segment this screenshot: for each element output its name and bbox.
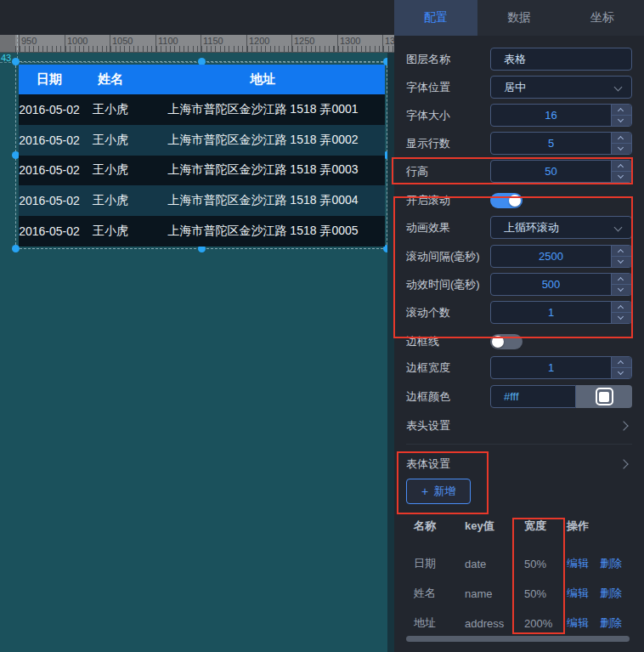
decrement-button[interactable] [612, 144, 631, 154]
column-name: 日期 [414, 556, 465, 571]
cell-address: 上海市普陀区金沙江路 1518 弄0003 [141, 162, 385, 178]
field-animation-duration: 动效时间(毫秒) 500 [406, 273, 632, 296]
columns-table-row: 日期 date 50% 编辑 删除 [414, 551, 636, 576]
animation-duration-value: 500 [491, 274, 611, 295]
increment-button[interactable] [612, 161, 631, 172]
delete-link[interactable]: 删除 [600, 556, 622, 571]
ruler-tick [382, 35, 383, 53]
tab-data[interactable]: 数据 [477, 0, 561, 36]
edit-link[interactable]: 编辑 [567, 556, 589, 571]
section-header-settings[interactable]: 表头设置 [406, 413, 632, 439]
field-scroll-interval: 滚动间隔(毫秒) 2500 [406, 245, 632, 268]
col-header-key: key值 [465, 519, 524, 534]
decrement-button[interactable] [612, 172, 631, 182]
ruler-label: 1350 [385, 36, 394, 46]
chevron-down-icon [618, 173, 624, 179]
chevron-down-icon [618, 314, 624, 320]
increment-button[interactable] [612, 274, 631, 285]
stepper [611, 246, 631, 267]
add-column-button[interactable]: + 新增 [406, 479, 471, 504]
row-height-value: 50 [491, 161, 611, 182]
cell-date: 2016-05-02 [19, 224, 80, 238]
row-count-label: 显示行数 [406, 136, 490, 151]
chevron-up-icon [618, 108, 624, 114]
font-size-input[interactable]: 16 [490, 104, 632, 127]
scroll-toggle[interactable] [490, 193, 523, 208]
animation-select[interactable]: 上循环滚动 [490, 216, 632, 239]
section-body-settings[interactable]: 表体设置 [406, 451, 632, 477]
cell-date: 2016-05-02 [19, 103, 80, 116]
cell-address: 上海市普陀区金沙江路 1518 弄0002 [141, 133, 385, 148]
cell-date: 2016-05-02 [19, 133, 80, 147]
toggle-knob [509, 195, 521, 207]
field-border-line: 边框线 [406, 332, 632, 351]
field-scroll-count: 滚动个数 1 [406, 301, 632, 324]
col-header-width: 宽度 [524, 519, 567, 534]
border-line-toggle[interactable] [490, 334, 523, 349]
border-color-input[interactable]: #fff [490, 385, 576, 408]
decrement-button[interactable] [612, 116, 631, 126]
ruler-label: 1100 [158, 36, 178, 46]
canvas-topbar [0, 0, 394, 35]
alignment-guide-horizontal [0, 62, 387, 63]
column-key: address [465, 617, 524, 630]
cell-name: 王小虎 [80, 162, 141, 178]
scroll-enabled-label: 开启滚动 [406, 193, 490, 208]
field-font-size: 字体大小 16 [406, 104, 632, 127]
scroll-interval-label: 滚动间隔(毫秒) [406, 249, 490, 264]
canvas-right-strip [387, 53, 394, 652]
horizontal-scrollbar[interactable] [406, 636, 630, 642]
table-row: 2016-05-02 王小虎 上海市普陀区金沙江路 1518 弄0003 [19, 156, 385, 186]
scroll-count-value: 1 [491, 302, 611, 323]
delete-link[interactable]: 删除 [600, 586, 622, 601]
edit-link[interactable]: 编辑 [567, 615, 589, 631]
chevron-down-icon [618, 369, 624, 375]
row-count-input[interactable]: 5 [490, 132, 632, 155]
table-row: 2016-05-02 王小虎 上海市普陀区金沙江路 1518 弄0001 [19, 94, 385, 125]
scroll-interval-input[interactable]: 2500 [490, 245, 632, 268]
header-settings-label: 表头设置 [406, 418, 450, 434]
decrement-button[interactable] [612, 257, 631, 267]
animation-label: 动画效果 [406, 220, 490, 235]
layer-name-input[interactable]: 表格 [490, 48, 632, 71]
font-position-select[interactable]: 居中 [490, 76, 632, 99]
ruler-tick [246, 35, 247, 53]
chevron-right-icon [619, 421, 628, 430]
plus-icon: + [421, 485, 428, 497]
row-count-value: 5 [491, 133, 611, 154]
increment-button[interactable] [612, 133, 631, 144]
column-width: 50% [524, 587, 567, 600]
field-border-width: 边框宽度 1 [406, 356, 632, 379]
toggle-knob [492, 336, 504, 348]
tab-config[interactable]: 配置 [394, 0, 477, 36]
decrement-button[interactable] [612, 285, 631, 295]
design-canvas[interactable]: 43 日期 姓名 地址 2016-05-02 [0, 53, 387, 652]
delete-link[interactable]: 删除 [600, 615, 622, 631]
increment-button[interactable] [612, 105, 631, 116]
chevron-up-icon [618, 136, 624, 142]
chevron-down-icon [614, 83, 623, 92]
scroll-count-input[interactable]: 1 [490, 301, 632, 324]
column-key: date [465, 558, 524, 570]
increment-button[interactable] [612, 302, 631, 313]
edit-link[interactable]: 编辑 [567, 586, 589, 601]
border-width-input[interactable]: 1 [490, 356, 632, 379]
animation-duration-input[interactable]: 500 [490, 273, 632, 296]
table-row: 2016-05-02 王小虎 上海市普陀区金沙江路 1518 弄0004 [19, 185, 385, 216]
row-height-input[interactable]: 50 [490, 160, 632, 183]
stepper [611, 133, 631, 154]
font-size-label: 字体大小 [406, 108, 490, 123]
table-widget[interactable]: 日期 姓名 地址 2016-05-02 王小虎 上海市普陀区金沙江路 1518 … [19, 65, 385, 247]
increment-button[interactable] [612, 246, 631, 257]
ruler-label: 950 [21, 36, 37, 46]
color-picker-button[interactable] [576, 385, 632, 408]
column-header: 日期 [19, 71, 80, 88]
divider [406, 444, 632, 445]
col-header-name: 名称 [414, 519, 465, 534]
decrement-button[interactable] [612, 313, 631, 323]
increment-button[interactable] [612, 357, 631, 368]
alignment-guide-vertical [17, 35, 18, 63]
tab-coordinates[interactable]: 坐标 [561, 0, 644, 36]
field-border-color: 边框颜色 #fff [406, 385, 632, 408]
decrement-button[interactable] [612, 368, 631, 378]
